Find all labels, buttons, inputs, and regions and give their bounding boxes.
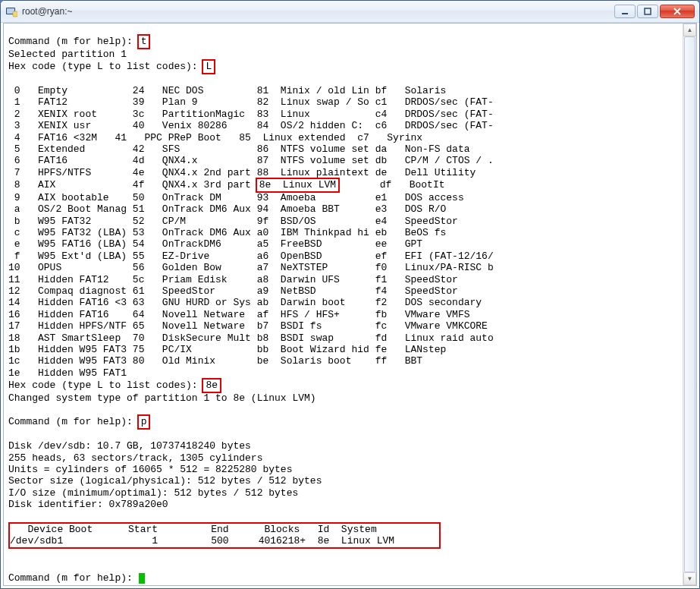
svg-rect-3 bbox=[622, 13, 628, 14]
window-buttons bbox=[614, 5, 695, 18]
svg-rect-2 bbox=[13, 11, 17, 17]
scrollbar[interactable]: ▲ ▼ bbox=[683, 24, 696, 585]
highlight-8e: 8e bbox=[202, 378, 221, 392]
scroll-down-button[interactable]: ▼ bbox=[683, 572, 696, 585]
scroll-thumb[interactable] bbox=[684, 36, 695, 572]
scroll-up-button[interactable]: ▲ bbox=[683, 24, 696, 36]
highlight-p: p bbox=[137, 414, 151, 429]
client-area: Command (m for help): t Selected partiti… bbox=[3, 23, 697, 586]
maximize-button[interactable] bbox=[637, 5, 658, 18]
cursor bbox=[139, 573, 145, 584]
svg-rect-4 bbox=[645, 8, 651, 14]
highlight-partition-table: Device Boot Start End Blocks Id System /… bbox=[8, 522, 441, 549]
close-button[interactable] bbox=[660, 5, 695, 18]
scroll-track[interactable] bbox=[683, 36, 696, 572]
highlight-L: L bbox=[202, 59, 215, 74]
putty-icon bbox=[5, 5, 17, 17]
highlight-t: t bbox=[137, 34, 151, 49]
minimize-button[interactable] bbox=[614, 5, 636, 18]
terminal-output[interactable]: Command (m for help): t Selected partiti… bbox=[4, 24, 696, 585]
titlebar[interactable]: root@ryan:~ bbox=[1, 1, 699, 23]
putty-window: root@ryan:~ Command (m for help): t Sele… bbox=[0, 0, 700, 589]
window-title: root@ryan:~ bbox=[22, 6, 73, 17]
highlight-linux-lvm: 8e Linux LVM bbox=[256, 178, 340, 192]
